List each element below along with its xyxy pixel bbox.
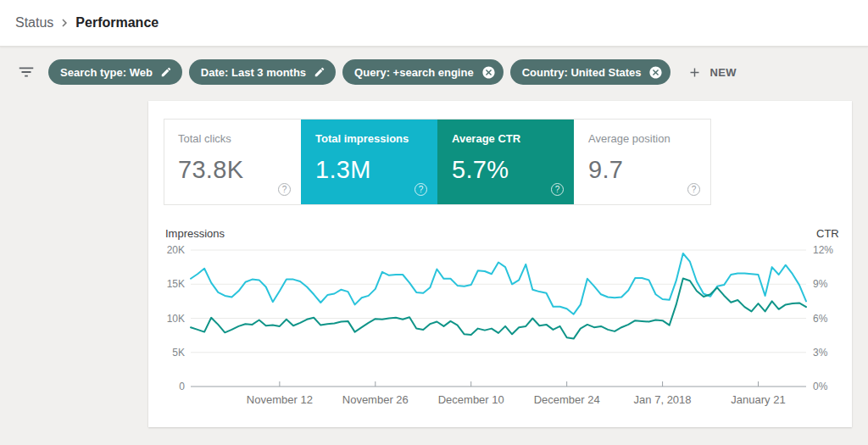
filter-chips: Search type: WebDate: Last 3 monthsQuery…: [48, 59, 670, 85]
x-axis-tick-label: December 10: [438, 393, 504, 406]
remove-filter-icon[interactable]: [481, 65, 496, 80]
performance-chart: ImpressionsCTR20K15K10K5K012%9%6%3%0%Nov…: [148, 101, 852, 427]
edit-pencil-icon[interactable]: [160, 66, 172, 78]
header: Status Performance: [0, 0, 868, 47]
right-axis-tick-label: 3%: [813, 347, 828, 359]
x-axis-tick-label: November 26: [342, 393, 409, 406]
chevron-right-icon: [57, 15, 72, 31]
filter-chip[interactable]: Search type: Web: [48, 59, 182, 85]
remove-filter-icon[interactable]: [648, 65, 663, 80]
right-axis-tick-label: 6%: [813, 313, 828, 325]
filter-chip[interactable]: Query: +search engine: [342, 59, 504, 85]
right-axis-tick-label: 12%: [813, 244, 833, 256]
left-axis-tick-label: 15K: [167, 278, 185, 290]
left-axis-tick-label: 20K: [167, 244, 185, 256]
chart-svg: ImpressionsCTR20K15K10K5K012%9%6%3%0%Nov…: [148, 101, 852, 427]
filter-list-icon: [17, 63, 36, 81]
breadcrumb-item-status[interactable]: Status: [15, 15, 53, 31]
left-axis-tick-label: 0: [179, 381, 185, 392]
breadcrumb-item-performance: Performance: [75, 15, 159, 31]
edit-pencil-icon[interactable]: [314, 66, 326, 78]
left-axis-title: Impressions: [165, 227, 225, 240]
filter-chip-label: Search type: Web: [60, 66, 153, 79]
plus-icon: [687, 65, 702, 80]
filter-chip-label: Query: +search engine: [354, 66, 474, 79]
filter-chip-label: Country: United States: [522, 66, 642, 79]
x-axis-tick-label: Jan 7, 2018: [634, 393, 692, 406]
left-axis-tick-label: 5K: [172, 347, 185, 359]
left-axis-tick-label: 10K: [167, 313, 185, 325]
filter-chip-label: Date: Last 3 months: [201, 66, 306, 79]
performance-panel: Total clicks73.8K?Total impressions1.3M?…: [148, 101, 852, 427]
filter-list-button[interactable]: [15, 61, 37, 83]
right-axis-title: CTR: [816, 227, 839, 240]
breadcrumb: Status Performance: [15, 15, 159, 31]
ctr-line: [191, 279, 806, 339]
x-axis-tick-label: December 24: [534, 393, 600, 406]
filter-bar: Search type: WebDate: Last 3 monthsQuery…: [0, 47, 868, 97]
filter-chip[interactable]: Country: United States: [510, 59, 671, 85]
new-filter-label: NEW: [709, 66, 737, 79]
x-axis-tick-label: November 12: [247, 393, 313, 406]
right-axis-tick-label: 0%: [813, 381, 828, 392]
filter-chip[interactable]: Date: Last 3 months: [189, 59, 336, 85]
new-filter-button[interactable]: NEW: [682, 64, 742, 81]
right-axis-tick-label: 9%: [813, 278, 828, 290]
x-axis-tick-label: January 21: [731, 393, 785, 406]
